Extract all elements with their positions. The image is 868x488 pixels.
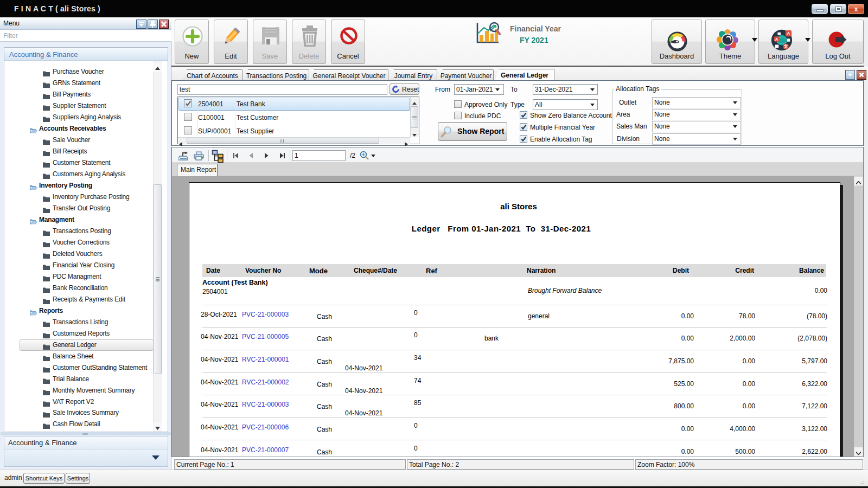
- svg-text:文: 文: [783, 44, 788, 49]
- svg-text:A: A: [787, 31, 790, 36]
- svg-text:A: A: [775, 37, 778, 42]
